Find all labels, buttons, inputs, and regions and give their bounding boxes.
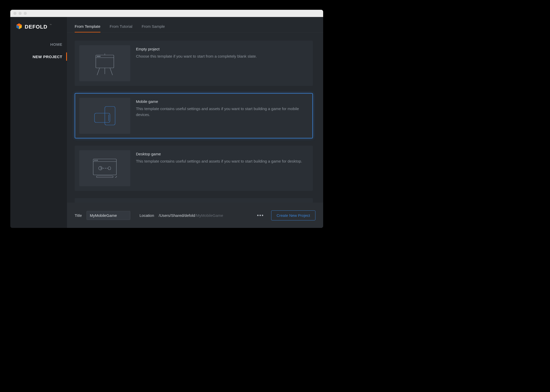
template-thumb-desktop-icon xyxy=(79,150,130,186)
svg-rect-24 xyxy=(97,176,113,177)
location-base: /Users/Shared/defold xyxy=(159,213,195,218)
brand-logo: DEFOLD ™ xyxy=(10,22,67,38)
svg-point-18 xyxy=(94,160,95,161)
templates-viewport: Empty projectChoose this template if you… xyxy=(67,32,323,203)
svg-rect-4 xyxy=(96,55,114,68)
location-browse-button[interactable]: ••• xyxy=(254,211,267,220)
svg-line-10 xyxy=(97,68,100,75)
template-description: Choose this template if you want to star… xyxy=(136,53,257,59)
svg-point-7 xyxy=(98,56,99,57)
location-suffix: /MyMobileGame xyxy=(195,213,223,218)
template-title: Mobile game xyxy=(136,99,307,104)
window-minimize-icon[interactable] xyxy=(19,12,22,15)
app-window: DEFOLD ™ HOMENEW PROJECT From TemplateFr… xyxy=(10,10,323,228)
template-body: Desktop gameThis template contains usefu… xyxy=(136,150,302,186)
svg-line-11 xyxy=(110,68,113,75)
template-card-web-monetized-game[interactable]: Web Monetized gameThis template contains… xyxy=(75,198,313,203)
brand-name: DEFOLD xyxy=(25,24,47,30)
template-thumb-mobile-icon xyxy=(79,98,130,134)
template-title: Empty project xyxy=(136,47,257,51)
footer-bar: Title Location /Users/Shared/defold/MyMo… xyxy=(67,203,323,228)
svg-point-23 xyxy=(107,168,107,168)
brand-tm: ™ xyxy=(49,24,51,26)
template-description: This template contains useful settings a… xyxy=(136,106,307,118)
tab-from-tutorial[interactable]: From Tutorial xyxy=(110,24,132,32)
main-panel: From TemplateFrom TutorialFrom Sample Em… xyxy=(67,17,323,228)
create-project-button[interactable]: Create New Project xyxy=(271,210,315,220)
template-title: Desktop game xyxy=(136,152,302,156)
svg-point-21 xyxy=(103,168,104,168)
tab-from-template[interactable]: From Template xyxy=(75,24,100,32)
location-path: /Users/Shared/defold/MyMobileGame xyxy=(159,213,223,218)
template-body: Empty projectChoose this template if you… xyxy=(136,45,257,81)
template-body: Mobile gameThis template contains useful… xyxy=(136,98,307,134)
template-card-empty-project[interactable]: Empty projectChoose this template if you… xyxy=(75,41,313,86)
sidebar-item-home[interactable]: HOME xyxy=(10,38,67,50)
template-card-mobile-game[interactable]: Mobile gameThis template contains useful… xyxy=(75,93,313,138)
templates-list[interactable]: Empty projectChoose this template if you… xyxy=(67,32,323,203)
sidebar: DEFOLD ™ HOMENEW PROJECT xyxy=(10,17,67,228)
tabs-row: From TemplateFrom TutorialFrom Sample xyxy=(67,17,323,32)
tab-from-sample[interactable]: From Sample xyxy=(142,24,165,32)
template-card-desktop-game[interactable]: Desktop gameThis template contains usefu… xyxy=(75,146,313,191)
defold-logo-icon xyxy=(15,23,23,31)
svg-point-6 xyxy=(97,56,98,57)
window-titlebar xyxy=(10,10,323,17)
template-thumb-easel-icon xyxy=(79,45,130,81)
app-body: DEFOLD ™ HOMENEW PROJECT From TemplateFr… xyxy=(10,17,323,228)
sidebar-item-new-project[interactable]: NEW PROJECT xyxy=(10,50,67,63)
svg-point-8 xyxy=(100,56,100,57)
svg-rect-14 xyxy=(94,113,110,122)
window-close-icon[interactable] xyxy=(13,12,16,15)
title-label: Title xyxy=(75,213,82,218)
svg-rect-16 xyxy=(93,159,116,175)
svg-point-22 xyxy=(105,168,106,168)
location-label: Location xyxy=(140,213,154,218)
svg-point-19 xyxy=(96,160,96,161)
window-zoom-icon[interactable] xyxy=(24,12,27,15)
project-title-input[interactable] xyxy=(87,211,130,220)
template-description: This template contains useful settings a… xyxy=(136,158,302,164)
svg-point-20 xyxy=(97,160,98,161)
